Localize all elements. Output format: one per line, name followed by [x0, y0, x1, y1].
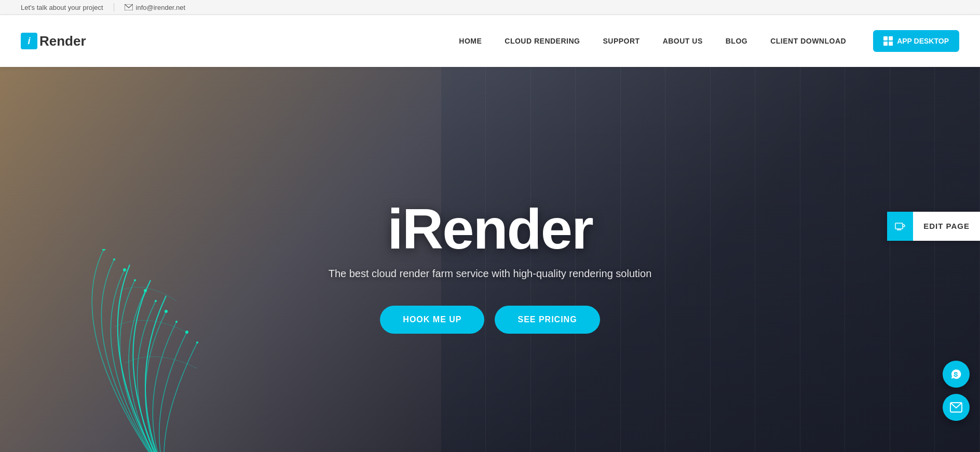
nav-home[interactable]: HOME	[447, 15, 493, 67]
mail-fab-icon	[950, 402, 962, 413]
app-desktop-button[interactable]: APP DESKTOP	[873, 30, 959, 52]
email-contact[interactable]: info@irender.net	[125, 4, 186, 11]
nav-client-download[interactable]: CLIENT DOWNLOAD	[759, 15, 857, 67]
edit-page-button[interactable]: EDIT PAGE	[887, 212, 980, 241]
hero-title: iRender	[329, 200, 652, 257]
svg-point-2	[134, 279, 136, 281]
logo-text: Render	[39, 33, 86, 49]
windows-icon	[883, 36, 893, 46]
top-bar-divider	[114, 3, 114, 11]
logo-icon: i	[21, 33, 37, 49]
facade-bar	[755, 67, 800, 452]
mail-icon	[125, 4, 133, 10]
network-globe	[42, 249, 291, 452]
skype-icon	[949, 367, 963, 381]
tagline: Let's talk about your project	[21, 4, 103, 11]
nav-support[interactable]: SUPPORT	[591, 15, 651, 67]
edit-page-label: EDIT PAGE	[913, 212, 980, 241]
svg-point-1	[123, 268, 126, 271]
hero-subtitle: The best cloud render farm service with …	[329, 268, 652, 280]
svg-point-6	[175, 321, 178, 323]
svg-point-5	[165, 310, 168, 313]
top-bar: Let's talk about your project info@irend…	[0, 0, 980, 15]
svg-point-8	[196, 341, 198, 344]
see-pricing-button[interactable]: SEE PRICING	[495, 306, 600, 334]
hero-content: iRender The best cloud render farm servi…	[318, 200, 662, 334]
svg-point-4	[155, 300, 157, 302]
hero-section: iRender The best cloud render farm servi…	[0, 67, 980, 452]
coffee-icon	[894, 220, 906, 232]
header: i Render HOME CLOUD RENDERING SUPPORT AB…	[0, 15, 980, 67]
tagline-text: Let's talk about your project	[21, 4, 103, 11]
facade-bar	[665, 67, 711, 452]
fab-container	[943, 361, 970, 421]
email-text: info@irender.net	[136, 4, 186, 11]
app-desktop-label: APP DESKTOP	[897, 37, 949, 45]
main-nav: HOME CLOUD RENDERING SUPPORT ABOUT US BL…	[447, 15, 857, 67]
facade-bar	[711, 67, 756, 452]
nav-cloud-rendering[interactable]: CLOUD RENDERING	[493, 15, 591, 67]
svg-point-9	[113, 258, 115, 261]
hook-me-up-button[interactable]: HOOK ME UP	[380, 306, 484, 334]
facade-bar	[800, 67, 846, 452]
facade-bar	[890, 67, 935, 452]
facade-bar	[845, 67, 890, 452]
nav-blog[interactable]: BLOG	[714, 15, 759, 67]
hero-buttons: HOOK ME UP SEE PRICING	[329, 306, 652, 334]
nav-about-us[interactable]: ABOUT US	[651, 15, 714, 67]
svg-point-10	[102, 249, 105, 251]
skype-fab[interactable]	[943, 361, 970, 388]
edit-page-tab-icon	[887, 212, 913, 241]
mail-fab[interactable]	[943, 394, 970, 421]
svg-point-3	[144, 289, 147, 292]
svg-rect-11	[895, 223, 903, 229]
logo[interactable]: i Render	[21, 33, 86, 49]
